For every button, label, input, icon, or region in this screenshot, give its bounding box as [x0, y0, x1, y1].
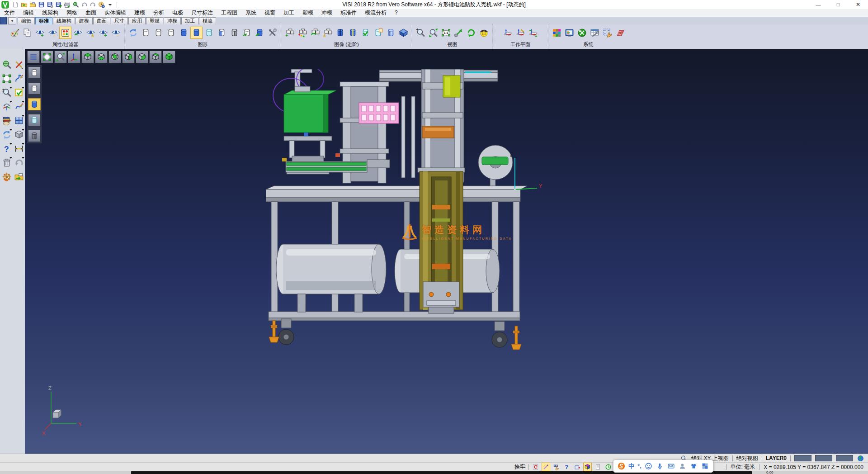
- menu-item-8[interactable]: 电极: [168, 9, 187, 17]
- hatched-view-button[interactable]: [228, 27, 241, 39]
- workplane-edit-button[interactable]: [514, 27, 527, 39]
- tab-6[interactable]: 应用: [128, 17, 146, 24]
- ime-skin-button[interactable]: [690, 462, 698, 470]
- window-select-button[interactable]: [1, 73, 12, 84]
- minimize-button[interactable]: —: [808, 0, 828, 9]
- regenerate-button[interactable]: [1, 129, 12, 140]
- selection-filters-button[interactable]: [59, 27, 71, 39]
- system-options-button[interactable]: [576, 27, 588, 39]
- tab-8[interactable]: 冲模: [164, 17, 181, 24]
- import-file-button[interactable]: [29, 1, 37, 9]
- preview-button[interactable]: [72, 1, 80, 9]
- mesh-view-button[interactable]: [385, 27, 397, 39]
- menu-item-3[interactable]: 网格: [62, 9, 81, 17]
- ime-keyboard-button[interactable]: [667, 462, 675, 470]
- zoom-1-1-button[interactable]: 1:1: [440, 27, 452, 39]
- display-hidden-line-button[interactable]: [28, 82, 41, 95]
- absolute-view-label[interactable]: 绝对视图: [736, 455, 758, 462]
- grid-settings-button[interactable]: [614, 27, 626, 39]
- file-manager-button[interactable]: [13, 171, 24, 182]
- display-settings-button[interactable]: [563, 27, 576, 39]
- ime-account-button[interactable]: [679, 462, 687, 470]
- view-right-button[interactable]: [136, 51, 148, 63]
- tab-2[interactable]: 线架构: [53, 17, 75, 24]
- menu-item-2[interactable]: 线架构: [38, 9, 62, 17]
- zoom-options-button[interactable]: ±: [1, 87, 12, 98]
- entity-info-button[interactable]: [573, 463, 581, 471]
- adv-show-button[interactable]: +: [283, 27, 296, 39]
- validate-button[interactable]: [13, 87, 24, 98]
- layers-window-button[interactable]: [13, 115, 24, 126]
- dashed-line-view-button[interactable]: [165, 27, 177, 39]
- display-mesh-button[interactable]: [28, 130, 41, 142]
- undo-button[interactable]: [80, 1, 88, 9]
- tab-dropdown-button[interactable]: ▼: [8, 17, 16, 24]
- workplane-standard-button[interactable]: [502, 27, 514, 39]
- tab-3[interactable]: 建模: [75, 17, 93, 24]
- menu-item-18[interactable]: ?: [391, 9, 402, 17]
- zoom-extents-button[interactable]: [427, 27, 439, 39]
- redraw-button[interactable]: [127, 27, 139, 39]
- tab-5[interactable]: 尺寸: [111, 17, 128, 24]
- ime-toolbar[interactable]: 中°,: [613, 460, 713, 473]
- new-file-button[interactable]: [12, 1, 19, 9]
- tab-4[interactable]: 曲面: [93, 17, 110, 24]
- workplane-button[interactable]: [1, 101, 12, 112]
- navigation-wheel-button[interactable]: [1, 171, 12, 182]
- ime-mode-toggle[interactable]: 中: [628, 462, 634, 470]
- adv-refresh-button[interactable]: [309, 27, 321, 39]
- view-top-button[interactable]: [81, 51, 94, 63]
- sogou-logo-icon[interactable]: [617, 462, 625, 470]
- auto-update-button[interactable]: [604, 463, 613, 471]
- print-button[interactable]: [63, 1, 71, 9]
- view-back-button[interactable]: [108, 51, 121, 63]
- menu-item-9[interactable]: 尺寸标注: [187, 9, 217, 17]
- stripe-view-button[interactable]: [347, 27, 359, 39]
- validate-solid-button[interactable]: [359, 27, 372, 39]
- ime-toolbox-button[interactable]: [701, 462, 709, 470]
- view-cube-toggle-button[interactable]: [583, 463, 592, 471]
- tab-1[interactable]: 标准: [35, 17, 52, 24]
- view-bottom-button[interactable]: [95, 51, 108, 63]
- dynamic-zoom-button[interactable]: [54, 51, 67, 63]
- menu-item-15[interactable]: 冲模: [317, 9, 336, 17]
- menu-item-6[interactable]: 建模: [130, 9, 149, 17]
- table-settings-button[interactable]: [589, 27, 601, 39]
- color-settings-button[interactable]: [551, 27, 563, 39]
- redo-button[interactable]: [89, 1, 97, 9]
- menu-item-5[interactable]: 实体编辑: [100, 9, 130, 17]
- context-help-button[interactable]: ?: [562, 463, 571, 471]
- menu-item-7[interactable]: 分析: [149, 9, 168, 17]
- tab-home-button[interactable]: [0, 17, 7, 24]
- display-wireframe-button[interactable]: [28, 66, 41, 79]
- close-button[interactable]: ✕: [848, 0, 868, 9]
- show-entities-button[interactable]: +: [34, 27, 46, 39]
- pick-tool-button[interactable]: [542, 463, 550, 471]
- open-file-button[interactable]: [20, 1, 28, 9]
- menu-item-4[interactable]: 曲面: [81, 9, 100, 17]
- section-view-button[interactable]: [334, 27, 346, 39]
- transparent-view-button[interactable]: [203, 27, 215, 39]
- view-left-button[interactable]: [122, 51, 135, 63]
- erase-entity-button[interactable]: [13, 59, 24, 70]
- rotate-view-button[interactable]: [465, 27, 477, 39]
- sketch-curve-button[interactable]: [13, 73, 24, 84]
- menu-item-10[interactable]: 工程图: [217, 9, 241, 17]
- display-shaded-button[interactable]: [28, 98, 41, 110]
- ime-punctuation-toggle[interactable]: °,: [637, 462, 642, 470]
- save-as-button[interactable]: [46, 1, 54, 9]
- menu-item-16[interactable]: 标准件: [336, 9, 361, 17]
- zoom-selected-button[interactable]: [453, 27, 465, 39]
- shaded-edges-view-button[interactable]: [190, 27, 203, 39]
- viewport-3d[interactable]: Z Y 智造资料网 INTELLIGENT MANUFACTURING DATA…: [25, 49, 868, 454]
- render-settings-button[interactable]: [266, 27, 278, 39]
- workplane-align-button[interactable]: [527, 27, 539, 39]
- menu-item-1[interactable]: 编辑: [19, 9, 38, 17]
- solid-display-button[interactable]: [397, 27, 410, 39]
- zoom-in-out-button[interactable]: ±: [415, 27, 427, 39]
- dynamic-view-button[interactable]: [1, 59, 12, 70]
- measure-button[interactable]: [13, 143, 24, 154]
- dynamic-render-button[interactable]: [241, 27, 253, 39]
- save-button[interactable]: [38, 1, 45, 9]
- workplane-view-button[interactable]: [68, 51, 80, 63]
